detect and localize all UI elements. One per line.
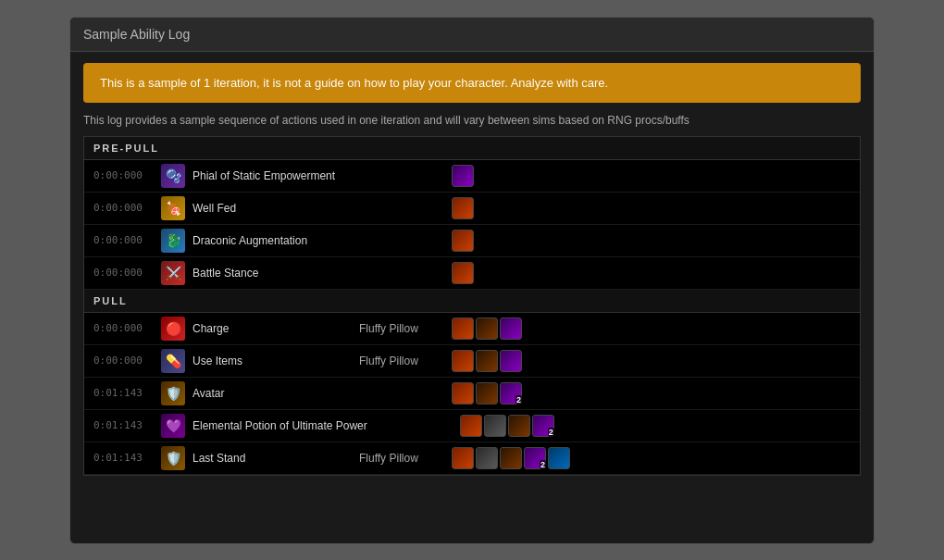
buff-icons — [452, 350, 522, 372]
ability-name: Well Fed — [193, 202, 359, 215]
buff-icons — [452, 165, 474, 187]
buff-count: 2 — [515, 395, 522, 404]
timestamp: 0:01:143 — [93, 419, 154, 431]
buff-icon — [452, 165, 474, 187]
buff-icon — [484, 415, 506, 437]
timestamp: 0:00:000 — [93, 234, 154, 246]
ability-name: Charge — [193, 322, 359, 335]
log-row: 0:00:000🔴ChargeFluffy Pillow — [84, 313, 860, 345]
buff-icon — [508, 415, 530, 437]
ability-name: Phial of Static Empowerment — [193, 169, 359, 182]
timestamp: 0:00:000 — [93, 322, 154, 334]
buff-icon — [452, 317, 474, 340]
ability-icon: ⚔️ — [161, 261, 185, 285]
warning-box: This is a sample of 1 iteration, it is n… — [83, 63, 861, 103]
log-container[interactable]: PRE-PULL0:00:000🫧Phial of Static Empower… — [83, 136, 861, 476]
ability-name: Battle Stance — [193, 267, 359, 280]
timestamp: 0:00:000 — [93, 267, 154, 279]
buff-icon: 2 — [524, 447, 546, 469]
ability-icon: 🐉 — [161, 229, 185, 253]
description-text: This log provides a sample sequence of a… — [83, 114, 861, 127]
buff-icon — [452, 350, 474, 372]
log-row: 0:00:000🐉Draconic Augmentation — [84, 225, 860, 257]
buff-icon — [476, 382, 498, 404]
buff-icon — [500, 317, 522, 340]
buff-icon — [452, 230, 474, 252]
ability-icon: 🛡️ — [161, 381, 185, 405]
target-name: Fluffy Pillow — [359, 452, 452, 465]
buff-icon — [476, 317, 498, 340]
buff-icon — [476, 447, 498, 469]
log-row: 0:00:000💊Use ItemsFluffy Pillow — [84, 345, 860, 378]
timestamp: 0:00:000 — [93, 202, 154, 214]
ability-name: Use Items — [193, 355, 359, 367]
buff-icon — [548, 447, 570, 469]
target-name: Fluffy Pillow — [359, 355, 452, 367]
ability-icon: 💜 — [161, 414, 185, 438]
buff-icons — [452, 317, 522, 340]
ability-name: Avatar — [193, 387, 359, 400]
buff-icons: 2 — [452, 382, 522, 404]
buff-icon: 2 — [500, 382, 522, 404]
ability-name: Elemental Potion of Ultimate Power — [193, 419, 367, 432]
log-row: 0:01:143🛡️Avatar2 — [84, 378, 860, 410]
ability-log-panel: Sample Ability Log This is a sample of 1… — [69, 17, 875, 544]
log-row: 0:01:143💜Elemental Potion of Ultimate Po… — [84, 410, 860, 442]
timestamp: 0:00:000 — [93, 355, 154, 367]
buff-count: 2 — [548, 428, 554, 437]
section-header-pull: PULL — [84, 290, 860, 313]
log-row: 0:00:000⚔️Battle Stance — [84, 257, 860, 290]
ability-name: Last Stand — [193, 452, 359, 465]
ability-icon: 🫧 — [161, 164, 185, 188]
buff-icon: 2 — [532, 415, 554, 437]
log-row: 0:00:000🫧Phial of Static Empowerment — [84, 160, 860, 193]
buff-icon — [452, 262, 474, 284]
buff-icons: 2 — [452, 447, 570, 469]
buff-icons — [452, 197, 474, 219]
buff-icon — [452, 382, 474, 404]
panel-body: This is a sample of 1 iteration, it is n… — [70, 52, 874, 487]
buff-count: 2 — [540, 460, 546, 469]
buff-icons: 2 — [460, 415, 554, 437]
timestamp: 0:01:143 — [93, 452, 154, 464]
ability-name: Draconic Augmentation — [193, 234, 359, 247]
log-row: 0:01:143🛡️Last StandFluffy Pillow2 — [84, 442, 860, 475]
log-row: 0:00:000🍖Well Fed — [84, 193, 860, 225]
ability-icon: 🛡️ — [161, 446, 185, 470]
buff-icons — [452, 230, 474, 252]
buff-icon — [452, 197, 474, 219]
buff-icon — [500, 350, 522, 372]
panel-title: Sample Ability Log — [70, 18, 874, 52]
timestamp: 0:00:000 — [93, 169, 154, 181]
ability-icon: 🍖 — [161, 196, 185, 220]
timestamp: 0:01:143 — [93, 387, 154, 399]
ability-icon: 💊 — [161, 349, 185, 373]
ability-icon: 🔴 — [161, 317, 185, 341]
buff-icon — [476, 350, 498, 372]
buff-icon — [500, 447, 522, 469]
target-name: Fluffy Pillow — [359, 322, 452, 335]
section-header-prepull: PRE-PULL — [84, 137, 860, 160]
buff-icon — [452, 447, 474, 469]
buff-icons — [452, 262, 474, 284]
buff-icon — [460, 415, 482, 437]
